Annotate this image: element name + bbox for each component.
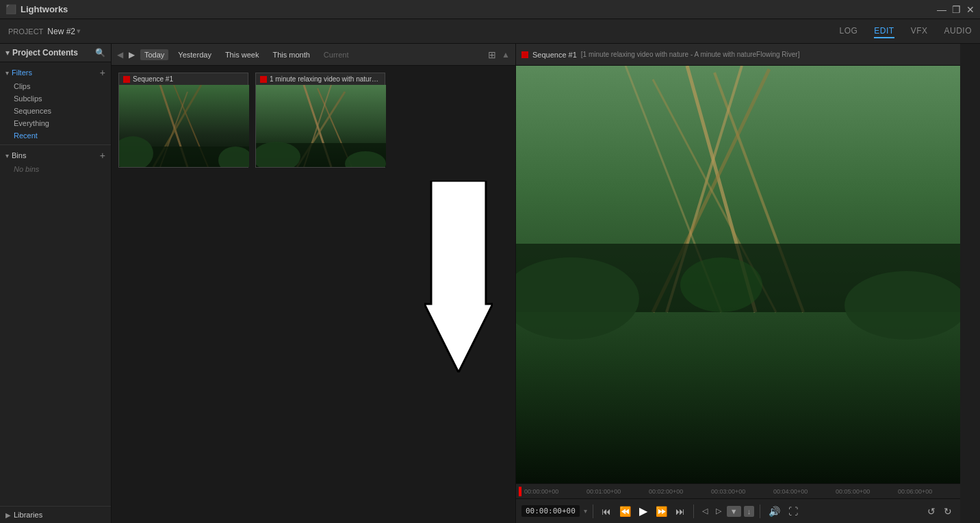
settings-icon[interactable]: ↺ — [925, 505, 938, 518]
viewer-ruler-mark-4: 00:04:00+00 — [773, 488, 836, 495]
clip-label-clip1: 1 minute relaxing video with nature - A … — [256, 73, 385, 85]
insert-button[interactable]: ▼ — [727, 506, 741, 517]
project-contents-title: Project Contents — [12, 48, 95, 58]
mark-in-button[interactable]: ◁ — [699, 505, 710, 517]
filters-section: ▾ Filters + Clips Subclips Sequences Eve… — [0, 62, 111, 145]
go-start-button[interactable]: ⏮ — [599, 505, 614, 518]
viewer-controls: 00:00:00+00 ▾ ⏮ ⏪ ▶ ⏩ ⏭ ◁ ▷ ▼ ↓ 🔊 ⛶ ↺ ↻ — [516, 498, 960, 523]
libraries-arrow-icon: ▶ — [5, 511, 11, 519]
app-icon: ⬛ — [5, 4, 16, 14]
overwrite-button[interactable]: ↓ — [744, 506, 755, 517]
step-forward-button[interactable]: ⏩ — [653, 505, 670, 518]
window-controls[interactable]: — ❐ ✕ — [937, 4, 975, 15]
this-week-button[interactable]: This week — [221, 49, 263, 60]
tab-log[interactable]: LOG — [839, 25, 858, 38]
filters-arrow-icon: ▾ — [5, 69, 9, 77]
ctrl-separator-2 — [693, 505, 694, 518]
clip-title-clip1: 1 minute relaxing video with nature - A … — [270, 75, 381, 83]
main-area: ▾ Project Contents 🔍 ▾ Filters + Clips S… — [0, 44, 980, 523]
viewer-sequence-subtitle: [1 minute relaxing video with nature - A… — [581, 51, 800, 58]
viewer-ruler-mark-1: 00:01:00+00 — [586, 488, 649, 495]
filter-recent[interactable]: Recent — [0, 129, 111, 142]
forest-svg-1 — [119, 85, 249, 167]
viewer-ruler-mark-6: 00:06:00+00 — [898, 488, 960, 495]
mark-out-button[interactable]: ▷ — [713, 505, 724, 517]
filter-everything[interactable]: Everything — [0, 117, 111, 129]
audio-icon[interactable]: 🔊 — [766, 505, 783, 518]
project-contents-header: ▾ Project Contents 🔍 — [0, 44, 111, 62]
viewer-sequence-label: Sequence #1 — [532, 51, 577, 59]
title-bar: ⬛ Lightworks — ❐ ✕ — [0, 0, 980, 19]
project-name[interactable]: New #2 — [47, 27, 75, 36]
minimize-button[interactable]: — — [937, 4, 946, 15]
viewer-area — [516, 66, 960, 483]
add-filter-button[interactable]: + — [100, 67, 105, 78]
close-button[interactable]: ✕ — [966, 4, 975, 15]
nav-forward-button[interactable]: ▶ — [129, 50, 135, 60]
viewer-video — [516, 66, 960, 483]
step-back-button[interactable]: ⏪ — [617, 505, 634, 518]
clip-grid: Sequence #1 — [112, 66, 515, 523]
search-icon[interactable]: 🔍 — [95, 48, 105, 58]
bins-arrow-icon: ▾ — [5, 152, 9, 160]
filters-label: Filters — [12, 68, 100, 77]
viewer-playhead-marker — [519, 487, 521, 496]
bins-header[interactable]: ▾ Bins + — [0, 148, 111, 163]
no-bins-text: No bins — [0, 163, 111, 175]
timecode-display: 00:00:00+00 — [521, 505, 580, 517]
clip-red-indicator — [123, 76, 130, 83]
clip-browser-panel: ◀ ▶ Today Yesterday This week This month… — [112, 44, 515, 523]
nav-tabs: LOG EDIT VFX AUDIO — [839, 25, 972, 38]
left-panel: ▾ Project Contents 🔍 ▾ Filters + Clips S… — [0, 44, 112, 523]
add-bin-button[interactable]: + — [100, 150, 105, 161]
viewer-forest-svg — [516, 66, 960, 483]
maximize-button[interactable]: ❐ — [952, 4, 961, 15]
clip-thumb-clip1[interactable]: 1 minute relaxing video with nature - A … — [255, 73, 385, 168]
project-label: PROJECT — [8, 27, 43, 36]
clip-browser-header: ◀ ▶ Today Yesterday This week This month… — [112, 44, 515, 66]
yesterday-button[interactable]: Yesterday — [174, 49, 216, 60]
fullscreen-button[interactable]: ⛶ — [786, 505, 801, 518]
tab-audio[interactable]: AUDIO — [944, 25, 972, 38]
ctrl-separator-1 — [593, 505, 593, 518]
today-button[interactable]: Today — [140, 49, 168, 60]
ctrl-separator-3 — [760, 505, 760, 518]
play-button[interactable]: ▶ — [636, 503, 650, 519]
filters-header[interactable]: ▾ Filters + — [0, 65, 111, 80]
this-month-button[interactable]: This month — [268, 49, 313, 60]
grid-view-icon[interactable]: ⊞ — [488, 49, 496, 60]
libraries-header[interactable]: ▶ Libraries — [0, 507, 111, 523]
viewer-ruler-mark-3: 00:03:00+00 — [711, 488, 773, 495]
viewer-ruler-mark-2: 00:02:00+00 — [649, 488, 711, 495]
bins-label: Bins — [12, 151, 100, 160]
scroll-up-icon[interactable]: ▲ — [502, 50, 510, 60]
filter-sequences[interactable]: Sequences — [0, 105, 111, 117]
viewer-red-indicator — [521, 51, 528, 58]
svg-point-26 — [680, 257, 762, 312]
tab-vfx[interactable]: VFX — [911, 25, 928, 38]
filter-subclips[interactable]: Subclips — [0, 92, 111, 105]
app-name: Lightworks — [21, 4, 68, 14]
loop-icon[interactable]: ↻ — [941, 505, 955, 518]
go-end-button[interactable]: ⏭ — [673, 505, 688, 518]
viewer-panel: Sequence #1 [1 minute relaxing video wit… — [515, 44, 960, 523]
clip-thumbnail-sequence1 — [119, 85, 249, 167]
forest-svg-2 — [256, 85, 386, 167]
nav-back-button[interactable]: ◀ — [117, 50, 123, 60]
libraries-label: Libraries — [14, 511, 42, 519]
bins-section: ▾ Bins + No bins — [0, 145, 111, 178]
project-dropdown-icon[interactable]: ▾ — [77, 27, 81, 36]
filter-clips[interactable]: Clips — [0, 80, 111, 92]
viewer-ruler-mark-5: 00:05:00+00 — [836, 488, 898, 495]
timecode-dropdown-icon[interactable]: ▾ — [584, 507, 587, 515]
libraries-section: ▶ Libraries — [0, 506, 111, 523]
current-button[interactable]: Current — [320, 49, 353, 60]
viewer-header: Sequence #1 [1 minute relaxing video wit… — [516, 44, 960, 66]
toggle-icon[interactable]: ▾ — [5, 48, 10, 58]
clip-red-indicator-2 — [260, 76, 267, 83]
clip-thumbnail-clip1 — [256, 85, 386, 167]
viewer-ruler: 00:00:00+00 00:01:00+00 00:02:00+00 00:0… — [516, 483, 960, 498]
tab-edit[interactable]: EDIT — [874, 25, 894, 38]
clip-thumb-sequence1[interactable]: Sequence #1 — [118, 73, 248, 168]
clip-label-sequence1: Sequence #1 — [119, 73, 248, 85]
